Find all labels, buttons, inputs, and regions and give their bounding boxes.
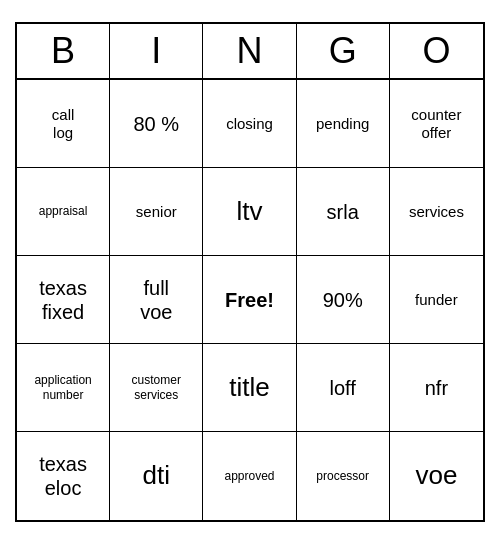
bingo-header: BINGO: [17, 24, 483, 80]
bingo-cell-r2-c4: funder: [390, 256, 483, 344]
bingo-cell-r3-c0: application number: [17, 344, 110, 432]
bingo-cell-r1-c0: appraisal: [17, 168, 110, 256]
bingo-cell-r3-c2: title: [203, 344, 296, 432]
bingo-cell-r3-c3: loff: [297, 344, 390, 432]
bingo-board: BINGO call log80 %closingpendingcounter …: [15, 22, 485, 522]
bingo-cell-r3-c1: customer services: [110, 344, 203, 432]
bingo-cell-r1-c3: srla: [297, 168, 390, 256]
bingo-cell-r2-c1: full voe: [110, 256, 203, 344]
bingo-cell-r1-c1: senior: [110, 168, 203, 256]
header-letter: G: [297, 24, 390, 78]
bingo-cell-r0-c2: closing: [203, 80, 296, 168]
bingo-cell-r4-c1: dti: [110, 432, 203, 520]
bingo-cell-r4-c3: processor: [297, 432, 390, 520]
bingo-cell-r4-c2: approved: [203, 432, 296, 520]
header-letter: O: [390, 24, 483, 78]
bingo-cell-r0-c0: call log: [17, 80, 110, 168]
bingo-cell-r3-c4: nfr: [390, 344, 483, 432]
header-letter: I: [110, 24, 203, 78]
bingo-cell-r2-c0: texas fixed: [17, 256, 110, 344]
bingo-cell-r0-c1: 80 %: [110, 80, 203, 168]
header-letter: N: [203, 24, 296, 78]
bingo-cell-r1-c4: services: [390, 168, 483, 256]
header-letter: B: [17, 24, 110, 78]
bingo-cell-r1-c2: ltv: [203, 168, 296, 256]
bingo-grid: call log80 %closingpendingcounter offera…: [17, 80, 483, 520]
bingo-cell-r2-c2: Free!: [203, 256, 296, 344]
bingo-cell-r2-c3: 90%: [297, 256, 390, 344]
bingo-cell-r4-c0: texas eloc: [17, 432, 110, 520]
bingo-cell-r0-c4: counter offer: [390, 80, 483, 168]
bingo-cell-r0-c3: pending: [297, 80, 390, 168]
bingo-cell-r4-c4: voe: [390, 432, 483, 520]
